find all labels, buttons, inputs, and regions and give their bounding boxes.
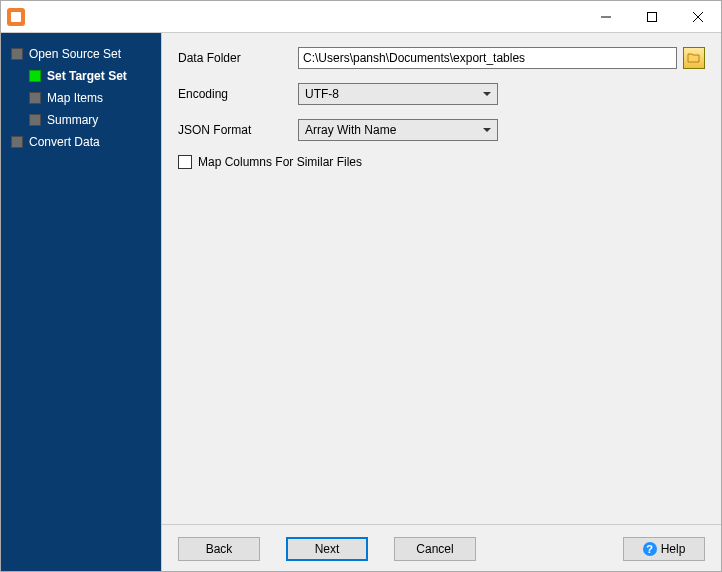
next-button-label: Next bbox=[315, 542, 340, 556]
row-encoding: Encoding UTF-8 bbox=[178, 83, 705, 105]
row-json-format: JSON Format Array With Name bbox=[178, 119, 705, 141]
folder-icon bbox=[687, 52, 701, 64]
sidebar-item-open-source-set[interactable]: Open Source Set bbox=[1, 43, 161, 65]
node-icon bbox=[29, 92, 41, 104]
map-columns-label: Map Columns For Similar Files bbox=[198, 155, 362, 169]
help-icon: ? bbox=[643, 542, 657, 556]
json-format-select[interactable]: Array With Name bbox=[298, 119, 498, 141]
node-icon bbox=[11, 136, 23, 148]
form-area: Data Folder Encoding UTF-8 JSON Format bbox=[162, 33, 721, 524]
sidebar-item-map-items[interactable]: Map Items bbox=[1, 87, 161, 109]
close-button[interactable] bbox=[675, 1, 721, 33]
content: Open Source Set Set Target Set Map Items… bbox=[1, 33, 721, 572]
wizard-sidebar: Open Source Set Set Target Set Map Items… bbox=[1, 33, 161, 572]
maximize-button[interactable] bbox=[629, 1, 675, 33]
app-icon bbox=[7, 8, 25, 26]
help-button-label: Help bbox=[661, 542, 686, 556]
row-data-folder: Data Folder bbox=[178, 47, 705, 69]
data-folder-input[interactable] bbox=[298, 47, 677, 69]
json-format-select-wrap: Array With Name bbox=[298, 119, 498, 141]
sidebar-item-summary[interactable]: Summary bbox=[1, 109, 161, 131]
back-button[interactable]: Back bbox=[178, 537, 260, 561]
json-format-label: JSON Format bbox=[178, 123, 298, 137]
help-button[interactable]: ? Help bbox=[623, 537, 705, 561]
sidebar-item-convert-data[interactable]: Convert Data bbox=[1, 131, 161, 153]
node-icon bbox=[11, 48, 23, 60]
back-button-label: Back bbox=[206, 542, 233, 556]
cancel-button[interactable]: Cancel bbox=[394, 537, 476, 561]
row-map-columns: Map Columns For Similar Files bbox=[178, 155, 705, 169]
node-icon bbox=[29, 70, 41, 82]
window-controls bbox=[583, 1, 721, 33]
maximize-icon bbox=[647, 12, 657, 22]
close-icon bbox=[693, 12, 703, 22]
data-folder-label: Data Folder bbox=[178, 51, 298, 65]
sidebar-item-label: Summary bbox=[47, 113, 98, 127]
next-button[interactable]: Next bbox=[286, 537, 368, 561]
titlebar bbox=[1, 1, 721, 33]
sidebar-item-set-target-set[interactable]: Set Target Set bbox=[1, 65, 161, 87]
sidebar-item-label: Set Target Set bbox=[47, 69, 127, 83]
sidebar-item-label: Convert Data bbox=[29, 135, 100, 149]
encoding-select-wrap: UTF-8 bbox=[298, 83, 498, 105]
svg-rect-1 bbox=[648, 12, 657, 21]
encoding-select[interactable]: UTF-8 bbox=[298, 83, 498, 105]
cancel-button-label: Cancel bbox=[416, 542, 453, 556]
minimize-button[interactable] bbox=[583, 1, 629, 33]
sidebar-item-label: Open Source Set bbox=[29, 47, 121, 61]
minimize-icon bbox=[601, 12, 611, 22]
encoding-label: Encoding bbox=[178, 87, 298, 101]
sidebar-item-label: Map Items bbox=[47, 91, 103, 105]
titlebar-left bbox=[1, 8, 31, 26]
main-panel: Data Folder Encoding UTF-8 JSON Format bbox=[161, 33, 721, 572]
map-columns-checkbox[interactable] bbox=[178, 155, 192, 169]
button-bar: Back Next Cancel ? Help bbox=[162, 524, 721, 572]
browse-folder-button[interactable] bbox=[683, 47, 705, 69]
node-icon bbox=[29, 114, 41, 126]
